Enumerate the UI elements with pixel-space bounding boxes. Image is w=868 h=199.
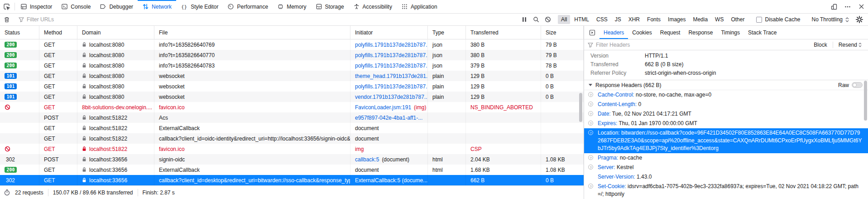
raw-toggle[interactable] bbox=[852, 82, 863, 88]
column-header-initiator[interactable]: Initiator bbox=[350, 26, 428, 39]
type-filter-all[interactable]: All bbox=[558, 15, 570, 24]
tab-application[interactable]: Application bbox=[397, 0, 442, 13]
network-settings-gear-icon[interactable] bbox=[854, 14, 865, 25]
tab-style-editor[interactable]: {}Style Editor bbox=[176, 0, 223, 13]
table-row[interactable]: GET 8bit-solutions-dev.onelogin.... favi… bbox=[0, 102, 584, 112]
column-header-method[interactable]: Method bbox=[39, 26, 77, 39]
type-filter-ws[interactable]: WS bbox=[712, 15, 727, 24]
header-entry[interactable]: ?Location: bitwarden://sso-callback?code… bbox=[584, 128, 868, 153]
column-header-type[interactable]: Type bbox=[428, 26, 466, 39]
table-row[interactable]: GET localhost:51822 favicon.ico img CSP bbox=[0, 144, 584, 154]
type-filter-xhr[interactable]: XHR bbox=[625, 15, 643, 24]
tab-memory[interactable]: Memory bbox=[273, 0, 311, 13]
table-row[interactable]: 101 GET localhost:8080 websocket vendor.… bbox=[0, 92, 584, 102]
split-panel-toggle-icon[interactable] bbox=[587, 26, 598, 39]
table-row[interactable]: GET localhost:51822 ExternalCallback doc… bbox=[0, 123, 584, 133]
type-filter-other[interactable]: Other bbox=[728, 15, 748, 24]
details-tab-headers[interactable]: Headers bbox=[599, 26, 628, 39]
filter-urls-input[interactable] bbox=[27, 16, 104, 23]
table-row[interactable]: 101 GET localhost:8080 websocket theme_h… bbox=[0, 71, 584, 81]
request-list-scrollbar[interactable] bbox=[579, 93, 582, 122]
type-filter-images[interactable]: Images bbox=[665, 15, 689, 24]
close-icon[interactable] bbox=[854, 0, 868, 13]
search-icon[interactable] bbox=[530, 14, 542, 25]
table-row[interactable]: 101 GET localhost:8080 websocket polyfil… bbox=[0, 81, 584, 92]
header-entry[interactable]: ?Expires: Thu, 01 Jan 1970 00:00:00 GMT bbox=[584, 119, 868, 128]
tab-console[interactable]: Console bbox=[57, 0, 95, 13]
details-tab-timings[interactable]: Timings bbox=[717, 26, 744, 39]
block-requests-icon[interactable] bbox=[542, 14, 554, 25]
initiator-link[interactable]: polyfills.1791b137de281b787... bbox=[355, 63, 428, 69]
question-mark-icon[interactable]: ? bbox=[588, 102, 593, 107]
type-filter-fonts[interactable]: Fonts bbox=[644, 15, 664, 24]
header-entry[interactable]: ?Set-Cookie: idsrv=adf6cba1-7075-402b-9e… bbox=[584, 182, 868, 199]
tab-network[interactable]: Network bbox=[138, 0, 176, 13]
file-text: websocket bbox=[159, 94, 185, 100]
initiator-link[interactable]: e957f897-042e-4ba1-aff1-... bbox=[355, 115, 422, 121]
column-header-transferred[interactable]: Transferred bbox=[466, 26, 541, 39]
initiator-link[interactable]: FaviconLoader.jsm:191 bbox=[355, 104, 411, 111]
type-filter-css[interactable]: CSS bbox=[593, 15, 611, 24]
question-mark-icon[interactable]: ? bbox=[588, 92, 593, 97]
tab-storage[interactable]: Storage bbox=[311, 0, 349, 13]
tab-accessibility[interactable]: Accessibility bbox=[349, 0, 397, 13]
filter-headers-input[interactable] bbox=[596, 42, 808, 48]
header-entry[interactable]: Server-Version: 1.43.0 bbox=[584, 172, 868, 182]
disable-cache-checkbox[interactable] bbox=[756, 17, 762, 23]
column-header-size[interactable]: Size bbox=[541, 26, 584, 39]
type-text: json bbox=[432, 52, 442, 58]
initiator-link[interactable]: callback:5 bbox=[355, 156, 379, 163]
details-tab-response[interactable]: Response bbox=[684, 26, 717, 39]
meatball-menu-icon[interactable] bbox=[841, 0, 854, 13]
details-scrollbar[interactable] bbox=[864, 81, 867, 121]
response-headers-section[interactable]: Response Headers (662 B) Raw bbox=[584, 80, 868, 90]
details-tab-stack-trace[interactable]: Stack Trace bbox=[744, 26, 781, 39]
question-mark-icon[interactable]: ? bbox=[588, 121, 593, 126]
initiator-cell: document bbox=[350, 165, 428, 175]
column-header-file[interactable]: File bbox=[154, 26, 350, 39]
node-picker-button[interactable] bbox=[0, 0, 14, 13]
header-entry[interactable]: ?Content-Length: 0 bbox=[584, 100, 868, 109]
question-mark-icon[interactable]: ? bbox=[588, 184, 593, 189]
header-entry[interactable]: ?Date: Tue, 02 Nov 2021 04:17:21 GMT bbox=[584, 109, 868, 119]
header-entry[interactable]: ?Server: Kestrel bbox=[584, 163, 868, 172]
status-cell: 200 bbox=[0, 165, 39, 175]
question-mark-icon[interactable]: ? bbox=[588, 155, 593, 160]
block-button[interactable]: Block bbox=[811, 42, 830, 48]
table-row[interactable]: 302 POST localhost:33656 signin-oidc cal… bbox=[0, 154, 584, 165]
column-header-status[interactable]: Status bbox=[0, 26, 39, 39]
clear-requests-button[interactable] bbox=[1, 14, 13, 25]
table-row[interactable]: 200 GET localhost:8080 info?t=1635826640… bbox=[0, 50, 584, 60]
table-row[interactable]: 200 GET localhost:8080 info?t=1635826640… bbox=[0, 60, 584, 71]
initiator-link[interactable]: polyfills.1791b137de281b787... bbox=[355, 52, 428, 58]
type-filter-media[interactable]: Media bbox=[690, 15, 711, 24]
header-entry[interactable]: ?Pragma: no-cache bbox=[584, 153, 868, 163]
type-filter-html[interactable]: HTML bbox=[571, 15, 592, 24]
question-mark-icon[interactable]: ? bbox=[588, 165, 593, 170]
initiator-link[interactable]: theme_head.1791b137de281... bbox=[355, 73, 428, 79]
table-row[interactable]: POST localhost:51822 Acs e957f897-042e-4… bbox=[0, 112, 584, 123]
throttling-select[interactable]: No Throttling bbox=[807, 16, 854, 23]
responsive-design-mode-icon[interactable] bbox=[827, 0, 841, 13]
question-mark-icon[interactable]: ? bbox=[588, 130, 593, 135]
table-row[interactable]: 302 GET localhost:33656 callback?client_… bbox=[0, 175, 584, 185]
initiator-link[interactable]: polyfills.1791b137de281b787... bbox=[355, 42, 428, 48]
initiator-link[interactable]: polyfills.1791b137de281b787... bbox=[355, 83, 428, 90]
type-filter-js[interactable]: JS bbox=[612, 15, 624, 24]
tab-debugger[interactable]: Debugger bbox=[95, 0, 138, 13]
table-row[interactable]: 200 GET localhost:8080 info?t=1635826640… bbox=[0, 39, 584, 50]
table-row[interactable]: 200 GET localhost:33656 ExternalCallback… bbox=[0, 165, 584, 175]
question-mark-icon[interactable]: ? bbox=[588, 111, 593, 116]
disable-cache-control[interactable]: Disable Cache bbox=[752, 16, 805, 23]
details-tab-request[interactable]: Request bbox=[656, 26, 685, 39]
header-entry[interactable]: ?Cache-Control: no-store, no-cache, max-… bbox=[584, 90, 868, 100]
column-header-domain[interactable]: Domain bbox=[77, 26, 154, 39]
resend-button[interactable]: Resend bbox=[836, 42, 864, 48]
initiator-link[interactable]: vendor.1791b137de281b787... bbox=[355, 94, 428, 100]
pause-recording-icon[interactable] bbox=[518, 14, 530, 25]
table-row[interactable]: GET localhost:51822 callback?client_id=o… bbox=[0, 133, 584, 144]
performance-analysis-icon[interactable] bbox=[4, 189, 10, 196]
tab-performance[interactable]: Performance bbox=[223, 0, 273, 13]
details-tab-cookies[interactable]: Cookies bbox=[628, 26, 656, 39]
tab-inspector[interactable]: Inspector bbox=[16, 0, 57, 13]
